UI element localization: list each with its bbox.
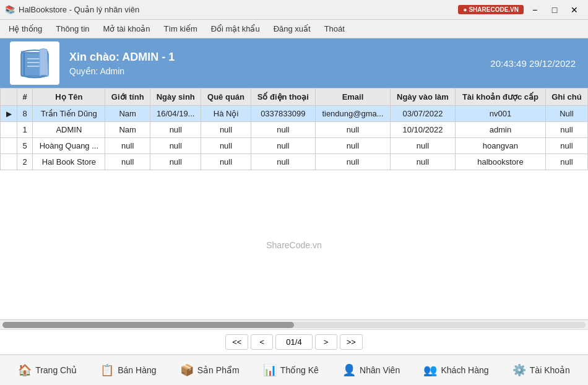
nav-sales-label: Bán Hàng	[118, 365, 156, 375]
row-phone: null	[251, 154, 315, 170]
row-hometown: Hà Nội	[201, 106, 251, 122]
row-startdate: null	[390, 138, 455, 154]
row-indicator	[1, 154, 17, 170]
menu-item-logout[interactable]: Đăng xuất	[267, 22, 317, 36]
page-current: 01/4	[275, 334, 312, 350]
prev-page-button[interactable]: <	[251, 334, 273, 350]
role-text: Quyền: Admin	[69, 66, 175, 76]
products-icon: 📦	[180, 363, 194, 377]
table-row[interactable]: 1ADMINNamnullnullnullnull10/10/2022admin…	[1, 122, 588, 138]
row-gender: Nam	[105, 106, 150, 122]
row-email: null	[315, 122, 390, 138]
col-hometown: Quê quán	[201, 89, 251, 106]
title-bar-icon: 📚	[5, 5, 15, 14]
row-dob: null	[150, 122, 201, 138]
next-page-button[interactable]: >	[315, 334, 337, 350]
col-email: Email	[315, 89, 390, 106]
row-gender: null	[105, 154, 150, 170]
table-header-row: # Họ Tên Giới tính Ngày sinh Quê quán Số…	[1, 89, 588, 106]
table-row[interactable]: 2Hal Book Storenullnullnullnullnullnullh…	[1, 154, 588, 170]
row-phone: null	[251, 122, 315, 138]
row-startdate: null	[390, 154, 455, 170]
col-gender: Giới tính	[105, 89, 150, 106]
last-page-button[interactable]: >>	[340, 334, 363, 350]
scrollbar-thumb[interactable]	[2, 322, 294, 328]
close-button[interactable]: ✕	[566, 4, 583, 16]
col-note: Ghi chú	[545, 89, 587, 106]
title-bar-text: HalBookstore - Quản lý nhân viên	[19, 5, 139, 14]
col-startdate: Ngày vào làm	[390, 89, 455, 106]
stats-icon: 📊	[263, 363, 277, 377]
row-note: Null	[545, 106, 587, 122]
col-phone: Số điện thoại	[251, 89, 315, 106]
sharecode-badge: ●SHARECODE.VN	[458, 5, 524, 14]
nav-products[interactable]: 📦 Sản Phẩm	[174, 360, 246, 381]
bottom-nav: 🏠 Trang Chủ 📋 Bán Hàng 📦 Sản Phẩm 📊 Thốn…	[0, 354, 588, 385]
home-icon: 🏠	[18, 363, 32, 377]
row-dob: null	[150, 138, 201, 154]
menu-item-open-account[interactable]: Mở tài khoản	[97, 22, 157, 36]
row-dob: 16/04/19...	[150, 106, 201, 122]
row-gender: null	[105, 138, 150, 154]
col-dob: Ngày sinh	[150, 89, 201, 106]
row-name: Hal Book Store	[33, 154, 105, 170]
table-row[interactable]: ▶8Trần Tiến DũngNam16/04/19...Hà Nội0337…	[1, 106, 588, 122]
nav-employees-label: Nhân Viên	[360, 365, 400, 375]
nav-accounts-label: Tài Khoản	[530, 365, 570, 375]
row-name: Trần Tiến Dũng	[33, 106, 105, 122]
nav-stats[interactable]: 📊 Thống Kê	[257, 360, 325, 381]
nav-sales[interactable]: 📋 Bán Hàng	[94, 360, 162, 381]
title-bar: 📚 HalBookstore - Quản lý nhân viên ●SHAR…	[0, 0, 588, 20]
watermark-text: ShareCode.vn	[0, 170, 588, 319]
table-area: # Họ Tên Giới tính Ngày sinh Quê quán Số…	[0, 88, 588, 319]
row-indicator: ▶	[1, 106, 17, 122]
row-email: tiendung@gma...	[315, 106, 390, 122]
header-text: Xin chào: ADMIN - 1 Quyền: Admin	[69, 51, 175, 76]
nav-home[interactable]: 🏠 Trang Chủ	[12, 360, 83, 381]
menu-item-info[interactable]: Thông tin	[50, 22, 95, 36]
table-row[interactable]: 5Hoàng Quang ...nullnullnullnullnullnull…	[1, 138, 588, 154]
row-startdate: 10/10/2022	[390, 122, 455, 138]
header-datetime: 20:43:49 29/12/2022	[490, 58, 576, 69]
minimize-button[interactable]: −	[526, 4, 543, 16]
row-note: null	[545, 122, 587, 138]
menu-item-change-pass[interactable]: Đổi mật khẩu	[205, 22, 266, 36]
first-page-button[interactable]: <<	[225, 334, 248, 350]
scrollbar-area[interactable]	[0, 319, 588, 329]
menu-bar: Hệ thống Thông tin Mở tài khoản Tìm kiếm…	[0, 20, 588, 38]
header-logo	[10, 41, 59, 85]
menu-item-exit[interactable]: Thoát	[318, 22, 351, 36]
menu-item-search[interactable]: Tìm kiếm	[158, 22, 204, 36]
row-note: null	[545, 154, 587, 170]
pagination-bar: << < 01/4 > >>	[0, 329, 588, 354]
row-account: nv001	[456, 106, 546, 122]
menu-item-system[interactable]: Hệ thống	[2, 22, 48, 36]
row-note: null	[545, 138, 587, 154]
nav-customers-label: Khách Hàng	[441, 365, 488, 375]
row-email: null	[315, 138, 390, 154]
nav-customers[interactable]: 👥 Khách Hàng	[417, 360, 495, 381]
accounts-icon: ⚙️	[512, 363, 526, 377]
row-hometown: null	[201, 138, 251, 154]
col-account: Tài khoản được cấp	[456, 89, 546, 106]
row-account: hoangvan	[456, 138, 546, 154]
nav-home-label: Trang Chủ	[35, 365, 77, 375]
row-indicator	[1, 138, 17, 154]
nav-employees[interactable]: 👤 Nhân Viên	[336, 360, 406, 381]
row-hometown: null	[201, 154, 251, 170]
customers-icon: 👥	[423, 363, 437, 377]
nav-accounts[interactable]: ⚙️ Tài Khoản	[506, 360, 576, 381]
row-id: 5	[17, 138, 33, 154]
row-id: 1	[17, 122, 33, 138]
col-id: #	[17, 89, 33, 106]
col-indicator	[1, 89, 17, 106]
row-phone: null	[251, 138, 315, 154]
row-id: 8	[17, 106, 33, 122]
scrollbar-track[interactable]	[2, 322, 586, 328]
maximize-button[interactable]: □	[546, 4, 563, 16]
row-name: ADMIN	[33, 122, 105, 138]
row-phone: 0337833099	[251, 106, 315, 122]
sales-icon: 📋	[100, 363, 114, 377]
col-name: Họ Tên	[33, 89, 105, 106]
row-account: halbookstore	[456, 154, 546, 170]
